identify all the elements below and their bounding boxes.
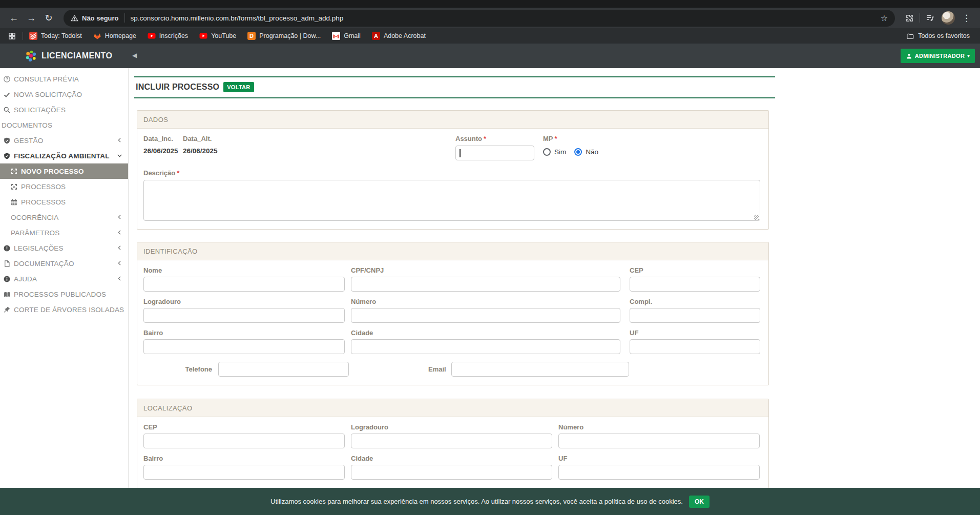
arrows-out-icon	[10, 167, 18, 175]
sidebar-item-corte-arvores[interactable]: CORTE DE ÁRVORES ISOLADAS	[0, 302, 128, 317]
bookmark-homepage[interactable]: Homepage	[93, 32, 136, 40]
media-controls-icon[interactable]	[922, 10, 939, 26]
browser-menu-icon[interactable]: ⋮	[958, 13, 975, 24]
sidebar-item-documentacao[interactable]: DOCUMENTAÇÃO	[0, 256, 128, 271]
sidebar-item-ajuda[interactable]: AJUDA	[0, 271, 128, 286]
required-mark: *	[555, 135, 557, 142]
descricao-textarea[interactable]	[143, 180, 760, 221]
bookmark-star-icon[interactable]: ☆	[881, 13, 888, 23]
dados-panel-body: Data_Inc. 26/06/2025 Data_Alt. 26/06/202…	[137, 129, 768, 229]
sidebar-item-processos-publicados[interactable]: PROCESSOS PUBLICADOS	[0, 286, 128, 302]
user-menu-label: ADMINISTRADOR	[915, 53, 965, 59]
book-open-icon	[3, 290, 11, 298]
cidade-label: Cidade	[351, 329, 620, 337]
compl-input[interactable]	[630, 308, 760, 323]
sidebar-item-legislacoes[interactable]: LEGISLAÇÕES	[0, 240, 128, 256]
user-menu-button[interactable]: ADMINISTRADOR ▾	[901, 49, 975, 63]
mp-sim-radio[interactable]	[543, 148, 551, 156]
sidebar-item-processos[interactable]: PROCESSOS	[0, 179, 128, 194]
voltar-button[interactable]: VOLTAR	[223, 82, 254, 92]
browser-toolbar: ← → ↻ Não seguro sp.consorcio.homo.mille…	[0, 8, 980, 28]
bookmark-label: Programação | Dow...	[259, 32, 321, 39]
tab-strip	[0, 0, 980, 8]
cookie-ok-button[interactable]: OK	[689, 496, 710, 508]
sidebar-item-label: PROCESSOS	[21, 183, 66, 191]
loc-logradouro-input[interactable]	[351, 434, 552, 448]
assunto-label: Assunto*	[455, 135, 534, 142]
assunto-input[interactable]	[455, 146, 534, 160]
bookmark-inscricoes[interactable]: Inscrições	[148, 32, 188, 40]
sidebar-item-label: DOCUMENTOS	[2, 121, 52, 129]
email-input[interactable]	[451, 362, 629, 377]
sidebar-collapse-icon[interactable]: ◀	[132, 52, 137, 59]
sidebar-item-novo-processo[interactable]: NOVO PROCESSO	[0, 163, 128, 179]
app-header: LICENCIAMENTO ◀ ADMINISTRADOR ▾	[0, 44, 980, 68]
mp-nao-radio[interactable]	[574, 148, 582, 156]
logradouro-label: Logradouro	[143, 298, 345, 305]
folder-icon	[906, 32, 914, 40]
nome-input[interactable]	[143, 277, 345, 292]
sidebar-item-label: PROCESSOS	[21, 198, 66, 206]
svg-text:D: D	[249, 33, 254, 39]
telefone-input[interactable]	[218, 362, 349, 377]
loc-cep-input[interactable]	[143, 434, 345, 448]
sidebar-item-label: AJUDA	[14, 275, 37, 283]
reload-icon[interactable]: ↻	[40, 10, 57, 26]
text-cursor	[460, 149, 461, 157]
bookmark-label: Inscrições	[159, 32, 188, 39]
address-bar[interactable]: Não seguro sp.consorcio.homo.millenio.co…	[64, 10, 895, 27]
caret-down-icon: ▾	[967, 53, 970, 58]
uf-input[interactable]	[630, 339, 760, 354]
loc-bairro-input[interactable]	[143, 465, 345, 480]
sidebar-item-nova-solicitacao[interactable]: NOVA SOLICITAÇÃO	[0, 87, 128, 102]
sidebar-item-parametros[interactable]: PARÂMETROS	[0, 225, 128, 240]
bookmark-label: YouTube	[211, 32, 236, 39]
bookmark-todoist[interactable]: Today: Todoist	[29, 32, 82, 40]
all-bookmarks-button[interactable]: Todos os favoritos	[906, 32, 974, 40]
loc-cidade-input[interactable]	[351, 465, 552, 480]
cidade-input[interactable]	[351, 339, 620, 354]
resize-grip[interactable]	[754, 215, 759, 220]
bookmarks-bar: Today: Todoist Homepage Inscrições YouTu…	[0, 28, 980, 44]
bookmark-gmail[interactable]: Gmail	[332, 32, 361, 40]
info-circle-icon	[3, 275, 11, 283]
svg-text:A: A	[374, 33, 378, 39]
data-alt-value: 26/06/2025	[183, 147, 221, 155]
logradouro-input[interactable]	[143, 308, 345, 323]
back-icon[interactable]: ←	[5, 10, 23, 26]
bookmark-youtube[interactable]: YouTube	[199, 32, 236, 40]
bookmark-programacao[interactable]: D Programação | Dow...	[247, 32, 321, 40]
url-text[interactable]: sp.consorcio.homo.millenio.com.br/forms/…	[131, 14, 877, 22]
profile-avatar[interactable]	[942, 11, 955, 25]
sidebar-item-solicitacoes[interactable]: SOLICITAÇÕES	[0, 102, 128, 117]
numero-input[interactable]	[351, 308, 620, 323]
sidebar-item-ocorrencia[interactable]: OCORRÊNCIA	[0, 210, 128, 225]
bairro-input[interactable]	[143, 339, 345, 354]
cep-input[interactable]	[630, 277, 760, 292]
apps-grid-icon[interactable]	[6, 28, 17, 44]
sidebar-item-processos-lista[interactable]: PROCESSOS	[0, 194, 128, 210]
bookmark-acrobat[interactable]: A Adobe Acrobat	[372, 32, 426, 40]
bookmark-label: Today: Todoist	[41, 32, 82, 39]
gmail-icon	[332, 32, 340, 40]
security-chip[interactable]: Não seguro	[71, 14, 119, 22]
cookie-message: Utilizamos cookies para melhorar sua exp…	[270, 498, 683, 505]
uf-label: UF	[630, 329, 760, 337]
data-inc-label: Data_Inc.	[143, 135, 183, 142]
cpf-cnpj-input[interactable]	[351, 277, 620, 292]
sidebar-item-documentos[interactable]: DOCUMENTOS	[0, 117, 128, 133]
sidebar-item-fiscalizacao-ambiental[interactable]: FISCALIZAÇÃO AMBIENTAL	[0, 148, 128, 163]
check-icon	[3, 90, 11, 98]
forward-icon[interactable]: →	[23, 10, 40, 26]
loc-numero-label: Número	[558, 423, 760, 431]
dados-panel: DADOS Data_Inc. 26/06/2025 Data_Alt. 26/…	[137, 110, 769, 230]
sidebar-item-gestao[interactable]: GESTÃO	[0, 133, 128, 148]
chevron-left-icon	[116, 229, 123, 236]
loc-uf-input[interactable]	[558, 465, 760, 480]
sidebar-item-consulta-previa[interactable]: CONSULTA PRÉVIA	[0, 71, 128, 87]
exclamation-circle-icon	[3, 244, 11, 252]
data-inc-value: 26/06/2025	[143, 147, 183, 155]
extensions-icon[interactable]	[901, 10, 918, 26]
loc-numero-input[interactable]	[558, 434, 760, 448]
bookmark-label: Adobe Acrobat	[384, 32, 426, 39]
